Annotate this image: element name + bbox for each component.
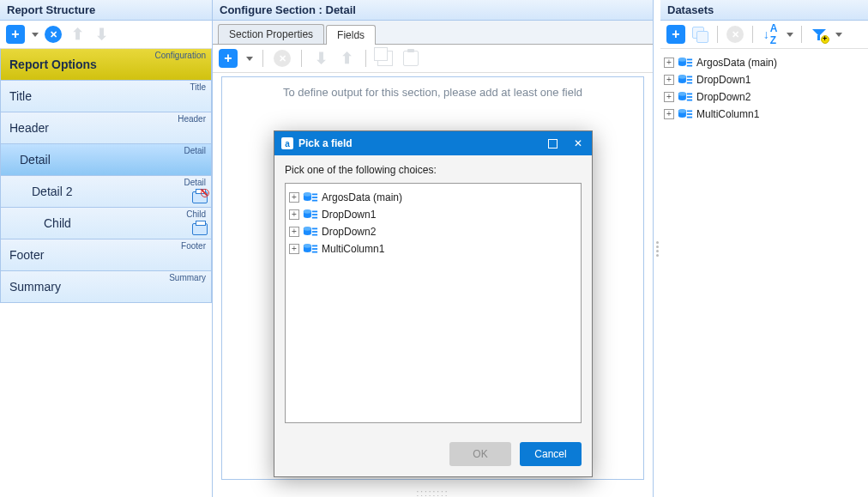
ok-button[interactable]: OK bbox=[449, 442, 511, 466]
dataset-label: DropDown1 bbox=[322, 209, 376, 221]
expand-icon[interactable]: + bbox=[664, 92, 674, 102]
choice-item[interactable]: +ArgosData (main) bbox=[289, 189, 577, 206]
dataset-label: MultiColumn1 bbox=[322, 243, 384, 255]
tab-fields[interactable]: Fields bbox=[326, 25, 376, 45]
structure-item-summary[interactable]: SummarySummary bbox=[0, 270, 212, 303]
structure-item-tag: Detail bbox=[184, 178, 206, 187]
structure-item-label: Child bbox=[1, 208, 211, 239]
add-section-button[interactable] bbox=[5, 24, 26, 45]
report-structure-panel: Report Structure ConfigurationReport Opt… bbox=[0, 0, 213, 497]
dataset-item[interactable]: +MultiColumn1 bbox=[664, 106, 865, 123]
expand-icon[interactable]: + bbox=[289, 227, 299, 237]
cancel-button[interactable]: Cancel bbox=[520, 442, 582, 466]
sort-dataset-button[interactable]: ↓AZ bbox=[760, 24, 781, 45]
datasets-title: Datasets bbox=[660, 0, 868, 21]
printer-disabled-icon[interactable] bbox=[192, 191, 208, 203]
choice-item[interactable]: +DropDown1 bbox=[289, 206, 577, 223]
fields-toolbar bbox=[213, 45, 653, 73]
structure-item-tag: Detail bbox=[184, 146, 206, 155]
structure-item-child[interactable]: ChildChild bbox=[0, 207, 212, 239]
dataset-label: DropDown1 bbox=[696, 74, 750, 86]
structure-item-header[interactable]: HeaderHeader bbox=[0, 112, 212, 144]
expand-icon[interactable]: + bbox=[664, 75, 674, 85]
structure-item-label: Detail 2 bbox=[1, 176, 211, 207]
dialog-choice-list: +ArgosData (main)+DropDown1+DropDown2+Mu… bbox=[285, 183, 582, 423]
add-field-dropdown[interactable] bbox=[244, 48, 254, 69]
structure-item-tag: Footer bbox=[181, 241, 206, 251]
pick-field-dialog: a Pick a field Pick one of the following… bbox=[274, 130, 593, 477]
expand-icon[interactable]: + bbox=[664, 58, 674, 68]
structure-item-detail-2[interactable]: DetailDetail 2 bbox=[0, 175, 212, 208]
dataset-item[interactable]: +DropDown2 bbox=[664, 88, 865, 106]
report-structure-toolbar bbox=[0, 21, 212, 49]
structure-item-label: Detail bbox=[1, 144, 211, 175]
tab-section-properties[interactable]: Section Properties bbox=[218, 24, 324, 44]
fields-placeholder: To define output for this section, pleas… bbox=[222, 77, 643, 107]
paste-field-button[interactable] bbox=[401, 48, 421, 69]
structure-item-label: Title bbox=[1, 81, 211, 112]
dialog-title-text: Pick a field bbox=[298, 137, 353, 149]
filter-dataset-button[interactable] bbox=[809, 24, 829, 45]
add-dataset-button[interactable] bbox=[666, 24, 686, 45]
app-icon: a bbox=[281, 137, 293, 149]
database-icon bbox=[303, 191, 318, 204]
report-structure-title: Report Structure bbox=[0, 0, 212, 21]
dataset-label: ArgosData (main) bbox=[322, 191, 402, 203]
datasets-toolbar: ↓AZ bbox=[660, 21, 868, 49]
filter-dataset-dropdown[interactable] bbox=[833, 24, 843, 45]
configure-section-panel: Configure Section : Detail Section Prope… bbox=[213, 0, 654, 497]
resize-grip[interactable]: :::::::: bbox=[213, 488, 653, 497]
structure-item-footer[interactable]: FooterFooter bbox=[0, 239, 212, 271]
dialog-titlebar[interactable]: a Pick a field bbox=[274, 131, 592, 155]
structure-item-label: Footer bbox=[1, 239, 211, 270]
dataset-label: DropDown2 bbox=[322, 226, 376, 238]
database-icon bbox=[678, 107, 693, 121]
structure-item-tag: Child bbox=[186, 209, 206, 219]
dataset-label: DropDown2 bbox=[696, 91, 750, 103]
delete-dataset-button[interactable] bbox=[725, 24, 745, 45]
copy-field-button[interactable] bbox=[375, 48, 395, 69]
sort-dataset-dropdown[interactable] bbox=[784, 24, 794, 45]
fields-area: To define output for this section, pleas… bbox=[221, 76, 644, 480]
expand-icon[interactable]: + bbox=[664, 109, 674, 119]
structure-item-tag: Title bbox=[190, 82, 206, 92]
database-icon bbox=[678, 56, 693, 70]
database-icon bbox=[678, 90, 693, 104]
structure-item-title[interactable]: TitleTitle bbox=[0, 80, 212, 112]
vertical-resize-grip[interactable] bbox=[654, 0, 660, 497]
expand-icon[interactable]: + bbox=[289, 192, 299, 203]
expand-icon[interactable]: + bbox=[289, 244, 299, 254]
structure-item-tag: Summary bbox=[169, 273, 206, 282]
move-field-down-button[interactable] bbox=[310, 48, 331, 69]
printer-icon[interactable] bbox=[192, 223, 208, 235]
database-icon bbox=[678, 73, 693, 87]
datasets-panel: Datasets ↓AZ +ArgosData (main)+DropDown1… bbox=[660, 0, 868, 497]
dialog-message: Pick one of the following choices: bbox=[285, 164, 582, 176]
structure-item-detail[interactable]: DetailDetail bbox=[0, 143, 212, 176]
move-section-up-button[interactable] bbox=[67, 24, 87, 45]
move-section-down-button[interactable] bbox=[91, 24, 112, 45]
add-field-button[interactable] bbox=[218, 48, 238, 69]
dataset-label: MultiColumn1 bbox=[696, 108, 759, 120]
choice-item[interactable]: +MultiColumn1 bbox=[289, 240, 577, 258]
structure-item-report-options[interactable]: ConfigurationReport Options bbox=[0, 49, 212, 81]
section-tabstrip: Section PropertiesFields bbox=[213, 21, 653, 45]
restore-icon[interactable] bbox=[546, 136, 559, 150]
delete-section-button[interactable] bbox=[43, 24, 63, 45]
close-icon[interactable] bbox=[571, 136, 585, 150]
dataset-label: ArgosData (main) bbox=[696, 57, 777, 69]
dataset-item[interactable]: +DropDown1 bbox=[664, 71, 865, 88]
add-section-dropdown[interactable] bbox=[29, 24, 39, 45]
structure-item-tag: Configuration bbox=[155, 51, 206, 60]
database-icon bbox=[303, 242, 318, 256]
database-icon bbox=[303, 225, 318, 239]
move-field-up-button[interactable] bbox=[336, 48, 357, 69]
database-icon bbox=[303, 208, 318, 221]
configure-section-title: Configure Section : Detail bbox=[213, 0, 653, 21]
choice-item[interactable]: +DropDown2 bbox=[289, 223, 577, 240]
expand-icon[interactable]: + bbox=[289, 209, 299, 220]
duplicate-dataset-button[interactable] bbox=[690, 24, 710, 45]
structure-item-tag: Header bbox=[178, 114, 206, 124]
dataset-item[interactable]: +ArgosData (main) bbox=[664, 54, 865, 71]
delete-field-button[interactable] bbox=[272, 48, 292, 69]
